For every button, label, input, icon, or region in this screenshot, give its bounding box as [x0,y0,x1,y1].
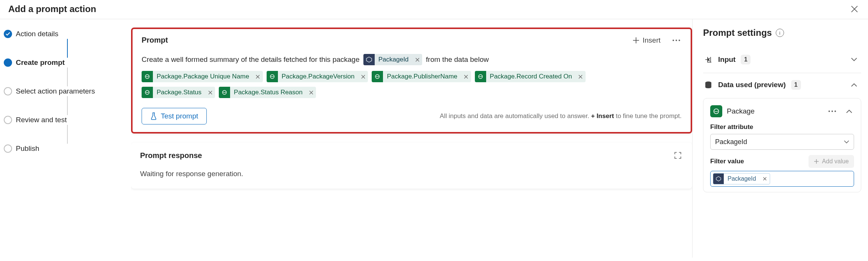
filter-attribute-value: PackageId [715,138,747,146]
chip-remove-button[interactable] [306,87,316,98]
chip-label: PackageId [375,54,412,65]
chip-label: Package.PackageVersion [278,71,358,82]
step-label: Review and test [12,116,67,124]
wizard-step-create-prompt[interactable]: Create prompt [4,58,127,67]
wizard-step-select-action-parameters[interactable]: Select action parameters [4,87,127,95]
data-icon [475,71,486,82]
chip-remove-button[interactable] [412,54,422,65]
data-icon [219,87,230,98]
step-pending-icon [4,116,12,124]
svg-marker-0 [366,57,372,62]
database-icon [704,80,713,89]
step-label: Select action parameters [12,87,95,95]
chevron-up-icon [849,80,859,90]
chip-package-unique-name[interactable]: Package.Package Unique Name [142,71,263,82]
chip-status[interactable]: Package.Status [142,87,215,98]
step-label: Action details [12,30,58,38]
chip-packageid[interactable]: PackageId [363,54,422,65]
prompt-settings-panel: Prompt settings i Input 1 Data [692,19,868,258]
variable-icon [713,173,724,184]
input-section-header[interactable]: Input 1 [703,49,861,70]
step-current-icon [4,58,12,67]
add-value-button[interactable]: Add value [809,155,854,168]
chip-status-reason[interactable]: Package.Status Reason [219,87,316,98]
step-pending-icon [4,87,12,95]
chip-record-created-on[interactable]: Package.Record Created On [475,71,586,82]
insert-button[interactable]: Insert [633,36,661,45]
step-label: Create prompt [12,58,65,67]
variable-icon [363,54,375,65]
filter-value-chip-label: PackageId [724,175,760,182]
response-title: Prompt response [140,151,202,160]
wizard-step-action-details[interactable]: Action details [4,30,127,38]
data-icon [267,71,278,82]
chip-publisher-name[interactable]: Package.PublisherName [372,71,471,82]
data-used-section-header[interactable]: Data used (preview) 1 [703,75,861,95]
prompt-text: from the data below [426,53,489,66]
input-arrow-icon [704,55,713,64]
chip-remove-button[interactable] [461,71,471,82]
wizard-step-publish[interactable]: Publish [4,144,127,153]
filter-attribute-label: Filter attribute [710,123,854,131]
input-section-label: Input [718,55,735,64]
chip-label: Package.Package Unique Name [153,71,253,82]
expand-icon[interactable] [673,150,683,161]
close-icon[interactable] [849,4,860,14]
info-icon[interactable]: i [776,29,784,37]
filter-attribute-select[interactable]: PackageId [710,134,854,150]
step-pending-icon [4,144,12,153]
chevron-up-icon[interactable] [844,106,854,116]
chip-remove-button[interactable] [205,87,215,98]
chevron-down-icon [844,140,849,144]
test-prompt-button[interactable]: Test prompt [142,108,207,124]
package-entity-icon [710,105,722,117]
data-used-label: Data used (preview) [718,81,786,89]
chip-label: Package.Record Created On [486,71,576,82]
input-count-badge: 1 [741,55,751,64]
svg-marker-9 [716,177,721,181]
dialog-title: Add a prompt action [8,4,96,14]
prompt-card: Prompt Insert Create a well formed summa… [131,28,692,134]
beaker-icon [150,112,157,120]
wizard-step-review-and-test[interactable]: Review and test [4,116,127,124]
prompt-response-card: Prompt response Waiting for response gen… [131,143,692,189]
filter-value-chip[interactable]: PackageId [713,173,770,184]
more-actions-button[interactable] [671,40,682,41]
data-source-more-button[interactable] [827,111,837,112]
chip-remove-button[interactable] [358,71,368,82]
data-used-count-badge: 1 [791,80,801,90]
settings-title: Prompt settings [703,28,772,38]
test-prompt-label: Test prompt [161,112,198,120]
data-source-card: Package Filter attribute PackageId Filte… [703,98,861,192]
chip-remove-button[interactable] [576,71,586,82]
prompt-title: Prompt [142,36,168,45]
chip-label: Package.Status Reason [230,87,306,98]
dialog-header: Add a prompt action [0,0,868,19]
plus-icon [814,159,819,164]
insert-label: Insert [642,36,661,45]
chip-package-version[interactable]: Package.PackageVersion [267,71,368,82]
prompt-editor[interactable]: Create a well formed summary of the deta… [142,53,682,98]
data-icon [142,71,153,82]
chip-remove-button[interactable] [253,71,263,82]
filter-value-label: Filter value [710,158,744,165]
prompt-hint: All inputs and data are automatically us… [440,112,682,120]
response-body: Waiting for response generation. [140,170,683,178]
chevron-down-icon [849,55,859,64]
prompt-text: Create a well formed summary of the deta… [142,53,360,66]
data-icon [372,71,383,82]
plus-icon [633,37,639,44]
chip-label: Package.PublisherName [383,71,461,82]
step-complete-icon [4,30,12,38]
data-source-name: Package [727,107,755,115]
step-label: Publish [12,144,39,153]
chip-remove-button[interactable] [760,177,770,181]
add-value-label: Add value [822,158,849,165]
wizard-steps: Action details Create prompt Select acti… [0,19,131,258]
chip-label: Package.Status [153,87,205,98]
data-icon [142,87,153,98]
filter-value-input[interactable]: PackageId [710,171,854,187]
